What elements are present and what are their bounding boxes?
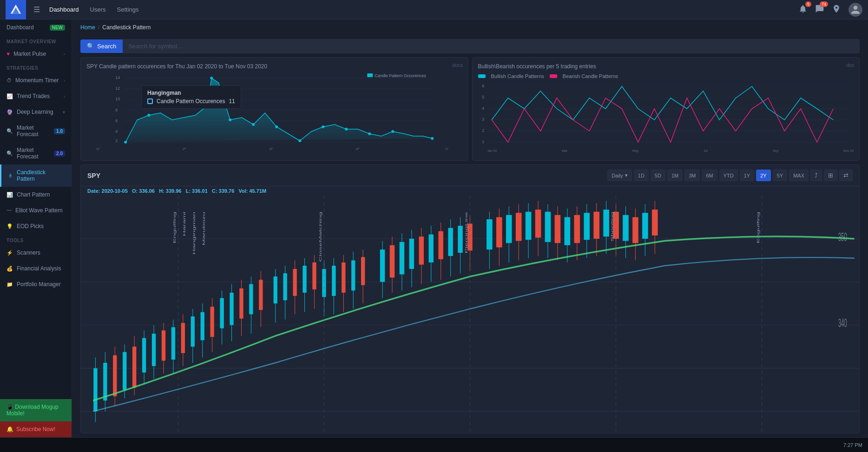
- bottom-chart-header: SPY Daily ▾ 1D 5D 1M 3M 6M YTD 1Y 2Y 5Y …: [81, 165, 859, 186]
- svg-rect-56: [123, 352, 126, 390]
- mf2-badge: 2.0: [54, 151, 65, 157]
- download-mogup-button[interactable]: 📱 Download Mogup Mobile!: [0, 399, 72, 421]
- chart1-docs[interactable]: docs: [452, 62, 463, 68]
- sidebar-item-trend[interactable]: 📈 Trend Trades ›: [0, 88, 72, 104]
- subscribe-button[interactable]: 🔔 Subscribe Now!: [0, 421, 72, 437]
- svg-rect-120: [448, 228, 453, 256]
- svg-text:Candle Pattern Occurences: Candle Pattern Occurences: [375, 73, 426, 78]
- nav-dashboard[interactable]: Dashboard: [49, 4, 79, 15]
- svg-rect-130: [506, 215, 512, 243]
- svg-text:Hangingman: Hangingman: [192, 212, 196, 255]
- search-btn-icon: 🔍: [87, 43, 94, 50]
- 3m-btn[interactable]: 3M: [684, 170, 700, 181]
- svg-rect-86: [274, 276, 277, 303]
- sidebar-item-market-pulse[interactable]: ♥ Market Pulse ›: [0, 46, 72, 62]
- svg-rect-126: [487, 219, 493, 249]
- sidebar-item-candlestick[interactable]: 🕯 Candlestick Pattern: [0, 164, 72, 187]
- low-label: L:: [186, 188, 191, 194]
- arrow-icon-3: ›: [64, 94, 65, 99]
- svg-rect-150: [603, 210, 609, 236]
- svg-rect-128: [496, 217, 502, 247]
- nav-settings[interactable]: Settings: [117, 4, 139, 15]
- sidebar-item-deep-learning[interactable]: 🔮 Deep Learning ▾: [0, 104, 72, 120]
- svg-rect-148: [593, 212, 599, 239]
- sidebar-item-market-forecast-1[interactable]: 🔍 Market Forecast 1.0: [0, 120, 72, 142]
- tools-section: TOOLS: [0, 234, 72, 245]
- svg-rect-84: [259, 280, 263, 310]
- bearish-legend-dot: [550, 74, 557, 78]
- msg-icon-wrap[interactable]: 74: [815, 4, 824, 15]
- svg-text:14: 14: [115, 75, 120, 80]
- svg-rect-54: [113, 355, 117, 396]
- svg-text:10: 10: [115, 97, 120, 101]
- share-btn[interactable]: ⤴: [810, 170, 822, 181]
- svg-text:8: 8: [115, 108, 118, 112]
- sidebar-item-financial[interactable]: 💰 Financial Analysis: [0, 261, 72, 276]
- strategies-section: STRATEGIES: [0, 62, 72, 72]
- 2y-btn[interactable]: 2Y: [756, 170, 770, 181]
- bell-icon-wrap[interactable]: 5: [798, 4, 808, 15]
- location-icon-wrap[interactable]: [832, 4, 841, 15]
- dropdown-arrow: ▾: [625, 172, 628, 178]
- 1d-btn[interactable]: 1D: [634, 170, 649, 181]
- svg-rect-82: [249, 284, 253, 314]
- sidebar-item-dashboard[interactable]: Dashboard NEW: [0, 20, 72, 35]
- svg-rect-102: [351, 260, 355, 290]
- svg-rect-78: [230, 293, 233, 325]
- table-btn[interactable]: ⊞: [824, 170, 837, 181]
- svg-point-24: [345, 128, 348, 131]
- svg-rect-132: [516, 213, 522, 241]
- heart-icon: ♥: [7, 51, 10, 57]
- svg-text:4: 4: [115, 129, 118, 134]
- 5d-btn[interactable]: 5D: [651, 170, 665, 181]
- 5y-btn[interactable]: 5Y: [773, 170, 787, 181]
- svg-rect-76: [220, 298, 224, 328]
- search-button[interactable]: 🔍 Search: [80, 39, 123, 53]
- timer-icon: ⏱: [7, 78, 12, 83]
- svg-text:5: 5: [482, 95, 484, 99]
- sidebar-item-market-forecast-2[interactable]: 🔍 Market Forecast 2.0: [0, 142, 72, 164]
- arrow-icon-2: ›: [64, 78, 65, 83]
- mobile-icon: 📱: [7, 404, 15, 410]
- close-val: 339.76: [219, 188, 235, 194]
- breadcrumb-home[interactable]: Home: [80, 24, 95, 31]
- arrow-icon: ›: [64, 52, 65, 57]
- svg-point-27: [431, 137, 434, 140]
- sidebar-item-portfolio[interactable]: 📁 Portfolio Manager: [0, 276, 72, 292]
- svg-rect-156: [632, 217, 638, 243]
- 1m-btn[interactable]: 1M: [667, 170, 683, 181]
- ytd-btn[interactable]: YTD: [719, 170, 738, 181]
- compare-btn[interactable]: ⇄: [839, 170, 853, 181]
- svg-point-17: [147, 114, 150, 117]
- svg-point-18: [210, 77, 213, 79]
- 6m-btn[interactable]: 6M: [702, 170, 717, 181]
- bullish-legend-dot: [478, 74, 486, 78]
- 1y-btn[interactable]: 1Y: [740, 170, 754, 181]
- svg-rect-92: [302, 266, 306, 293]
- high-label: H:: [159, 188, 164, 194]
- daily-dropdown[interactable]: Daily ▾: [607, 170, 631, 181]
- svg-rect-72: [201, 312, 204, 340]
- hamburger-icon[interactable]: ☰: [33, 5, 40, 14]
- breadcrumb-current: Candlestick Pattern: [102, 24, 151, 31]
- svg-text:Shooting: Shooting: [611, 212, 614, 242]
- search-input[interactable]: [123, 39, 860, 53]
- sidebar-item-elliot[interactable]: 〰 Elliot Wave Pattern: [0, 203, 72, 218]
- sidebar-item-chart-pattern[interactable]: 📊 Chart Pattern: [0, 187, 72, 203]
- nav-users[interactable]: Users: [90, 4, 106, 15]
- bell-badge: 5: [805, 1, 811, 7]
- avatar[interactable]: [848, 3, 862, 17]
- svg-rect-60: [142, 338, 146, 373]
- svg-rect-74: [210, 307, 214, 337]
- sidebar: Dashboard NEW MARKET OVERVIEW ♥ Market P…: [0, 20, 72, 437]
- svg-rect-62: [152, 334, 156, 366]
- svg-rect-52: [103, 363, 107, 400]
- arrow-icon-4: ▾: [63, 110, 65, 115]
- sidebar-item-scanners[interactable]: ⚡ Scanners: [0, 245, 72, 261]
- date-val: 2020-10-05: [102, 188, 128, 194]
- max-btn[interactable]: MAX: [789, 170, 809, 181]
- chart-icon: 📊: [7, 192, 13, 198]
- chart2-docs[interactable]: doc: [846, 62, 855, 68]
- sidebar-item-eod[interactable]: 💡 EOD Picks: [0, 218, 72, 234]
- sidebar-item-momentum[interactable]: ⏱ Momentum Timer ›: [0, 72, 72, 88]
